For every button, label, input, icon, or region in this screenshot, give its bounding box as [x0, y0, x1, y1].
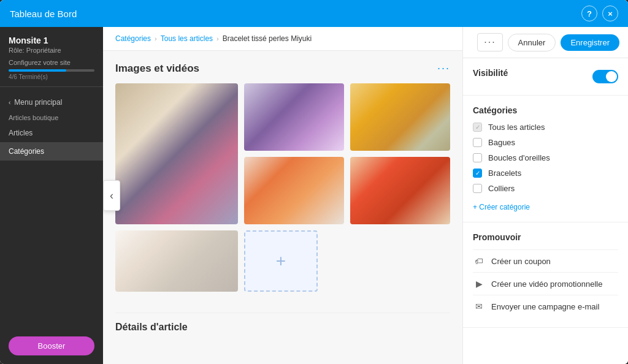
image-bot-mid	[244, 157, 344, 224]
promouvoir-title: Promouvoir	[473, 232, 618, 242]
categories-label: Catégories	[9, 147, 44, 156]
site-role: Rôle: Propriétaire	[9, 47, 94, 54]
promouvoir-section: Promouvoir 🏷 Créer un coupon ▶ Créer une…	[463, 222, 628, 328]
visibility-row: Visibilité	[473, 68, 618, 85]
booster-button[interactable]: Booster	[9, 336, 94, 355]
menu-principal[interactable]: ‹ Menu principal	[0, 93, 103, 112]
category-label-tous: Tous les articles	[488, 123, 545, 132]
image-purple-visual	[244, 83, 344, 151]
sidebar-item-articles[interactable]: Articles	[0, 124, 103, 142]
promo-coupon-label: Créer un coupon	[491, 257, 551, 266]
site-name: Monsite 1	[9, 36, 94, 45]
image-small-white	[115, 230, 238, 292]
articles-boutique-label: Articles boutique	[0, 112, 103, 124]
images-section-title: Images et vidéos	[115, 63, 199, 75]
save-button[interactable]: Enregistrer	[561, 34, 619, 51]
breadcrumb-tous-articles[interactable]: Tous les articles	[161, 34, 213, 43]
progress-bar-bg	[9, 69, 94, 72]
breadcrumb-current: Bracelet tissé perles Miyuki	[223, 34, 312, 43]
breadcrumb: Catégories › Tous les articles › Bracele…	[103, 27, 462, 51]
images-section: Images et vidéos ···	[103, 51, 462, 313]
image-red-visual	[350, 157, 450, 224]
add-image-icon: +	[276, 251, 286, 271]
category-checkbox-colliers[interactable]	[473, 184, 482, 193]
menu-principal-label: Menu principal	[14, 98, 62, 107]
image-main-visual	[115, 83, 238, 224]
right-toolbar: ··· Annuler Enregistrer	[463, 27, 628, 58]
mail-icon: ✉	[473, 300, 485, 313]
images-section-header: Images et vidéos ···	[115, 62, 450, 75]
breadcrumb-categories[interactable]: Catégories	[115, 34, 151, 43]
help-button[interactable]: ?	[581, 6, 597, 21]
tag-icon: 🏷	[473, 255, 485, 267]
category-item-tous: Tous les articles	[473, 123, 618, 132]
image-bot-right	[350, 157, 450, 224]
category-label-bagues: Bagues	[488, 138, 515, 147]
visibility-title: Visibilité	[473, 68, 508, 78]
breadcrumb-sep-1: ›	[155, 35, 157, 42]
image-main	[115, 83, 238, 224]
promo-coupon-item[interactable]: 🏷 Créer un coupon	[473, 249, 618, 272]
category-checkbox-bagues[interactable]	[473, 138, 482, 147]
modal-title: Tableau de Bord	[10, 9, 77, 19]
add-image-button[interactable]: +	[244, 230, 318, 292]
visibility-section: Visibilité	[463, 58, 628, 96]
images-menu-dots[interactable]: ···	[437, 62, 450, 75]
toggle-slider	[592, 70, 618, 83]
categories-section: Catégories Tous les articles Bagues Bouc…	[463, 96, 628, 222]
site-info: Monsite 1 Rôle: Propriétaire Configurez …	[0, 27, 103, 87]
articles-label: Articles	[9, 129, 33, 137]
promo-email-item[interactable]: ✉ Envoyer une campagne e-mail	[473, 295, 618, 317]
modal-body: Monsite 1 Rôle: Propriétaire Configurez …	[0, 27, 628, 364]
category-checkbox-boucles[interactable]	[473, 153, 482, 162]
category-label-bracelets: Bracelets	[488, 169, 521, 178]
promo-video-item[interactable]: ▶ Créer une vidéo promotionnelle	[473, 272, 618, 295]
image-white-visual	[115, 230, 238, 292]
sidebar-bottom: Booster	[0, 328, 103, 364]
details-section-title: Détails d'article	[115, 313, 450, 338]
image-top-right	[350, 83, 450, 151]
categories-title: Catégories	[473, 105, 618, 115]
sidebar: Monsite 1 Rôle: Propriétaire Configurez …	[0, 27, 103, 364]
details-section: Détails d'article	[103, 313, 462, 344]
nav-arrow-left[interactable]: ‹	[103, 180, 120, 211]
cancel-button[interactable]: Annuler	[508, 34, 556, 51]
breadcrumb-sep-2: ›	[216, 35, 219, 42]
category-label-colliers: Colliers	[488, 184, 515, 193]
category-label-boucles: Boucles d'oreilles	[488, 153, 550, 162]
category-checkbox-tous[interactable]	[473, 123, 482, 132]
modal-header: Tableau de Bord ? ×	[0, 0, 628, 27]
left-arrow-icon: ‹	[110, 189, 113, 202]
category-item-boucles: Boucles d'oreilles	[473, 153, 618, 162]
category-item-bracelets: Bracelets	[473, 169, 618, 178]
main-content: ‹ Catégories › Tous les articles › Brace…	[103, 27, 462, 364]
menu-section: ‹ Menu principal Articles boutique Artic…	[0, 87, 103, 167]
image-yellow-visual	[350, 83, 450, 151]
toolbar-dots-button[interactable]: ···	[477, 33, 502, 51]
right-panel: ··· Annuler Enregistrer Visibilité	[462, 27, 628, 364]
image-top-mid	[244, 83, 344, 151]
sidebar-item-categories[interactable]: Catégories	[0, 142, 103, 161]
image-orange-visual	[244, 157, 344, 224]
promo-video-label: Créer une vidéo promotionnelle	[491, 279, 602, 289]
progress-label: 4/6 Terminé(s)	[9, 74, 94, 80]
progress-bar-fill	[9, 69, 66, 72]
category-item-colliers: Colliers	[473, 184, 618, 193]
chevron-icon: ‹	[9, 99, 10, 106]
promo-email-label: Envoyer une campagne e-mail	[491, 302, 599, 311]
category-item-bagues: Bagues	[473, 138, 618, 147]
close-button[interactable]: ×	[602, 6, 618, 21]
configure-label: Configurez votre site	[9, 59, 94, 66]
image-empty-space	[324, 230, 450, 292]
header-actions: ? ×	[581, 6, 618, 21]
visibility-toggle[interactable]	[592, 70, 618, 83]
play-icon: ▶	[473, 278, 485, 290]
main-modal: Tableau de Bord ? × Monsite 1 Rôle: Prop…	[0, 0, 628, 364]
create-category-link[interactable]: + Créer catégorie	[473, 203, 530, 211]
category-checkbox-bracelets[interactable]	[473, 169, 482, 178]
